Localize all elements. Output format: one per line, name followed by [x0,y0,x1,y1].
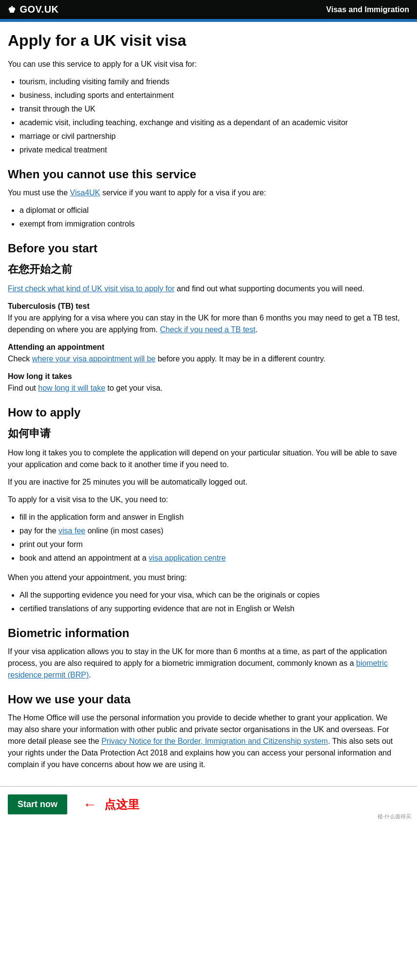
list-item: transit through the UK [19,103,401,115]
howlong-para: How long it takes Find out how long it w… [8,371,401,394]
visa4uk-link[interactable]: Visa4UK [70,188,100,197]
list-item: book and attend an appointment at a visa… [19,552,401,564]
cannot-use-list: a diplomat or official exempt from immig… [19,205,401,230]
list-item: certified translations of any supporting… [19,603,401,615]
start-section: Start now ← 点这里 植·什么值得买 [0,786,417,822]
howlong-label: How long it takes [8,372,72,380]
list-item: pay for the visa fee online (in most cas… [19,525,401,537]
list-item: academic visit, including teaching, exch… [19,117,401,129]
vac-link[interactable]: visa application centre [149,554,226,562]
cannot-use-text: You must use the Visa4UK service if you … [8,187,401,199]
list-item: exempt from immigration controls [19,218,401,230]
header-nav: Visas and Immigration [326,5,409,14]
list-item: print out your form [19,539,401,550]
apply-p2: If you are inactive for 25 minutes you w… [8,476,401,488]
biometric-text: If your visa application allows you to s… [8,646,401,681]
list-item: fill in the application form and answer … [19,511,401,523]
how-to-apply-chinese: 如何申请 [8,425,401,441]
arrow-annotation: ← 点这里 [83,797,139,812]
list-item: a diplomat or official [19,205,401,216]
how-to-apply-heading: How to apply [8,406,401,419]
data-heading: How we use your data [8,693,401,706]
click-here-text: 点这里 [104,797,139,812]
main-content: Apply for a UK visit visa You can use th… [0,22,409,786]
tb-para: Tuberculosis (TB) test If you are applyi… [8,301,401,336]
howlong-link[interactable]: how long it will take [38,384,105,392]
before-start-heading: Before you start [8,242,401,255]
start-now-button[interactable]: Start now [8,794,67,814]
red-arrow-icon: ← [83,797,96,812]
biometric-heading: Biometric information [8,626,401,640]
apply-p1: How long it takes you to complete the ap… [8,447,401,471]
intro-text: You can use this service to apply for a … [8,58,401,70]
check-visa-para: First check what kind of UK visit visa t… [8,283,401,295]
appointment-link[interactable]: where your visa appointment will be [32,355,155,363]
before-start-chinese: 在您开始之前 [8,261,401,277]
list-item: marriage or civil partnership [19,131,401,142]
appointment-bring-list: All the supporting evidence you need for… [19,589,401,615]
crown-icon: ♚ [8,4,16,15]
privacy-link[interactable]: Privacy Notice for the Border, Immigrati… [101,737,328,745]
list-item: All the supporting evidence you need for… [19,589,401,601]
page-title: Apply for a UK visit visa [8,32,401,50]
intro-list: tourism, including visiting family and f… [19,76,401,156]
list-item: private medical treatment [19,144,401,156]
check-visa-link[interactable]: First check what kind of UK visit visa t… [8,284,174,293]
appointment-bring-text: When you attend your appointment, you mu… [8,572,401,584]
visa-fee-link[interactable]: visa fee [58,527,85,535]
cannot-use-heading: When you cannot use this service [8,168,401,181]
appointment-para: Attending an appointment Check where you… [8,341,401,365]
list-item: business, including sports and entertain… [19,90,401,101]
site-header: ♚ GOV.UK Visas and Immigration [0,0,417,22]
list-item: tourism, including visiting family and f… [19,76,401,88]
gov-logo: ♚ GOV.UK [8,4,59,15]
watermark: 植·什么值得买 [378,813,411,820]
appointment-label: Attending an appointment [8,343,104,351]
apply-list: fill in the application form and answer … [19,511,401,564]
tb-check-link[interactable]: Check if you need a TB test [160,325,255,334]
tb-label: Tuberculosis (TB) test [8,302,90,310]
gov-logo-text: GOV.UK [20,4,59,15]
apply-p3: To apply for a visit visa to the UK, you… [8,494,401,506]
data-text: The Home Office will use the personal in… [8,712,401,771]
